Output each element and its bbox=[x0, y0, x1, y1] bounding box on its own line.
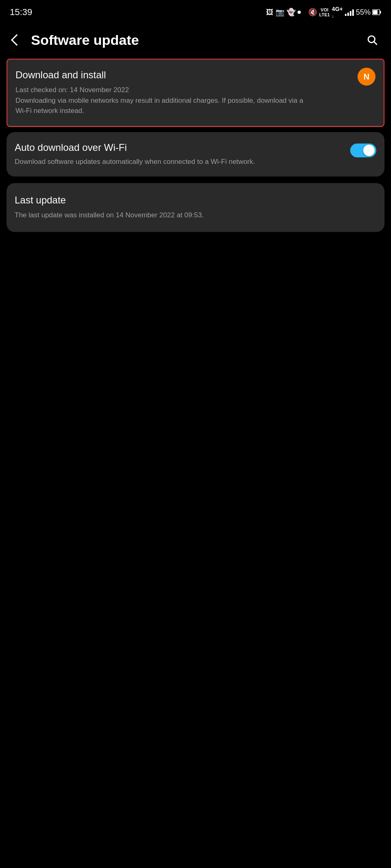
header-left: Software update bbox=[7, 31, 139, 49]
auto-download-text: Auto download over Wi-Fi Download softwa… bbox=[15, 142, 342, 167]
system-icons: 🔇 VOl LTE1 4G+↓ 55% bbox=[308, 6, 381, 19]
toggle-container bbox=[350, 144, 376, 157]
page-header: Software update bbox=[0, 23, 391, 59]
auto-download-toggle[interactable] bbox=[350, 144, 376, 157]
notification-badge: N bbox=[358, 68, 375, 86]
back-chevron-icon bbox=[11, 34, 22, 46]
battery-indicator: 55% bbox=[356, 8, 381, 17]
last-update-title: Last update bbox=[15, 194, 376, 206]
last-update-description: The last update was installed on 14 Nove… bbox=[15, 210, 376, 221]
status-icons: 🖼 📷 👻 🔇 VOl LTE1 4G+↓ 55% bbox=[266, 6, 381, 19]
mute-icon: 🔇 bbox=[308, 8, 317, 17]
status-bar: 15:39 🖼 📷 👻 🔇 VOl LTE1 4G+↓ bbox=[0, 0, 391, 23]
network-type-label: VOl LTE1 bbox=[319, 7, 330, 17]
battery-percentage: 55% bbox=[356, 8, 371, 17]
download-install-title: Download and install bbox=[16, 69, 375, 81]
svg-line-4 bbox=[374, 42, 377, 45]
snapchat-icon: 👻 bbox=[287, 8, 295, 17]
svg-rect-1 bbox=[373, 10, 378, 14]
network-speed-label: 4G+↓ bbox=[332, 6, 343, 19]
notification-dot bbox=[298, 11, 301, 14]
search-button[interactable] bbox=[363, 31, 381, 49]
gallery-icon: 🖼 bbox=[266, 8, 273, 17]
page-title: Software update bbox=[31, 32, 139, 48]
back-button[interactable] bbox=[7, 31, 24, 49]
svg-rect-2 bbox=[380, 11, 381, 13]
auto-download-card[interactable]: Auto download over Wi-Fi Download softwa… bbox=[7, 132, 384, 177]
toggle-knob bbox=[363, 145, 375, 156]
svg-point-3 bbox=[368, 36, 375, 42]
camera-icon: 📷 bbox=[275, 8, 284, 17]
last-checked-text: Last checked on: 14 November 2022 bbox=[16, 86, 129, 94]
download-install-description: Last checked on: 14 November 2022 Downlo… bbox=[16, 85, 311, 116]
battery-icon bbox=[372, 9, 381, 15]
main-content: Download and install Last checked on: 14… bbox=[0, 59, 391, 232]
auto-download-description: Download software updates automatically … bbox=[15, 157, 342, 167]
section-divider bbox=[8, 127, 383, 127]
signal-strength-icon bbox=[345, 9, 354, 16]
last-update-card[interactable]: Last update The last update was installe… bbox=[7, 183, 384, 232]
search-icon bbox=[367, 34, 378, 46]
status-time: 15:39 bbox=[10, 7, 32, 18]
download-install-card[interactable]: Download and install Last checked on: 14… bbox=[7, 59, 384, 127]
download-warning-text: Downloading via mobile networks may resu… bbox=[16, 97, 303, 115]
auto-download-title: Auto download over Wi-Fi bbox=[15, 142, 342, 153]
notification-icons: 🖼 📷 👻 bbox=[266, 8, 301, 17]
